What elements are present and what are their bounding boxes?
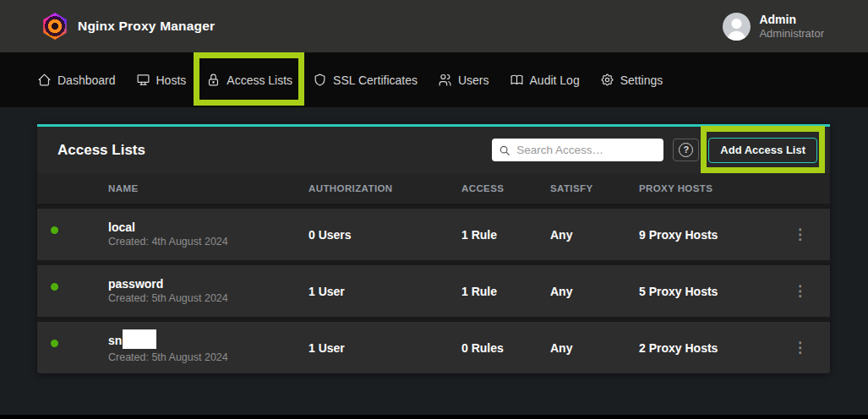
nav-item-ssl-certificates[interactable]: SSL Certificates (313, 73, 418, 87)
status-dot (49, 338, 60, 349)
home-icon (37, 73, 52, 87)
help-icon: ? (679, 143, 693, 157)
app-title: Nginx Proxy Manager (78, 19, 215, 34)
screen: Nginx Proxy Manager Admin Administrator … (0, 0, 868, 419)
search-box (492, 139, 663, 161)
name-cell: local Created: 4th August 2024 (108, 220, 308, 249)
nav-item-users[interactable]: Users (438, 73, 489, 87)
authorization-cell: 1 User (308, 285, 461, 298)
user-text: Admin Administrator (759, 13, 824, 41)
nav-label: Audit Log (530, 73, 580, 87)
col-header-proxy-hosts: PROXY HOSTS (639, 183, 793, 193)
book-icon (510, 73, 524, 87)
col-header-name: NAME (108, 183, 308, 193)
app-header: Nginx Proxy Manager Admin Administrator (0, 0, 868, 52)
nav-item-access-lists[interactable]: Access Lists (206, 73, 292, 87)
access-cell: 0 Rules (461, 341, 550, 355)
nav-label: Access Lists (227, 73, 292, 87)
row-menu-cell: ⋮ (793, 340, 826, 356)
access-cell: 1 Rule (461, 228, 550, 242)
nav-label: Users (458, 73, 489, 87)
satisfy-cell: Any (550, 341, 639, 355)
panel-actions: ? Add Access List (492, 138, 818, 163)
col-header-access: ACCESS (461, 183, 550, 193)
add-access-list-button[interactable]: Add Access List (708, 138, 817, 163)
user-name: Admin (759, 13, 824, 27)
redaction-box (123, 329, 156, 349)
created-date: Created: 4th August 2024 (108, 235, 308, 249)
name-cell: password Created: 5th August 2024 (108, 276, 308, 306)
user-avatar (723, 13, 751, 41)
row-menu-cell: ⋮ (793, 227, 826, 242)
nav-label: Hosts (156, 73, 187, 87)
person-silhouette-icon (723, 13, 751, 41)
search-input[interactable] (516, 144, 657, 156)
row-menu-cell: ⋮ (793, 284, 826, 299)
table-row: password Created: 5th August 2024 1 User… (37, 265, 830, 317)
proxy-hosts-cell: 9 Proxy Hosts (639, 228, 793, 242)
shield-icon (313, 73, 327, 87)
lock-icon (206, 73, 221, 87)
authorization-cell: 1 User (308, 341, 461, 355)
satisfy-cell: Any (550, 285, 639, 298)
row-menu-kebab-icon[interactable]: ⋮ (793, 340, 807, 355)
nav-label: Settings (620, 73, 663, 87)
nav-item-audit-log[interactable]: Audit Log (510, 73, 580, 87)
user-menu[interactable]: Admin Administrator (723, 13, 824, 41)
table-header: NAME AUTHORIZATION ACCESS SATISFY PROXY … (37, 173, 830, 204)
nav-label: SSL Certificates (333, 73, 418, 87)
created-date: Created: 5th August 2024 (108, 291, 308, 306)
proxy-hosts-cell: 5 Proxy Hosts (639, 285, 793, 298)
bottom-bar (0, 415, 868, 419)
col-header-satisfy: SATISFY (550, 183, 639, 193)
app-logo-icon (42, 13, 68, 40)
status-dot (49, 281, 60, 292)
row-menu-kebab-icon[interactable]: ⋮ (793, 284, 807, 298)
proxy-hosts-cell: 2 Proxy Hosts (639, 341, 793, 355)
access-list-name: sn (108, 333, 122, 348)
page-title: Access Lists (57, 142, 145, 159)
nav-item-hosts[interactable]: Hosts (136, 73, 187, 87)
gear-icon (600, 73, 614, 87)
access-list-name: password (108, 276, 163, 291)
authorization-cell: 0 Users (308, 228, 461, 242)
nav-item-settings[interactable]: Settings (600, 73, 663, 87)
add-button-wrap: Add Access List (708, 138, 817, 163)
col-header-authorization: AUTHORIZATION (308, 183, 461, 193)
satisfy-cell: Any (550, 228, 639, 242)
table-row: sn Created: 5th August 2024 1 User 0 Rul… (37, 322, 830, 373)
access-list-name: local (108, 220, 135, 235)
nav-item-dashboard[interactable]: Dashboard (37, 73, 116, 87)
search-icon (499, 144, 510, 156)
status-dot (49, 225, 60, 236)
access-cell: 1 Rule (461, 285, 550, 298)
name-cell: sn Created: 5th August 2024 (108, 331, 308, 365)
access-lists-panel: Access Lists ? Add Access List NAME AUTH… (37, 124, 830, 373)
created-date: Created: 5th August 2024 (108, 351, 308, 365)
users-icon (438, 73, 452, 87)
row-menu-kebab-icon[interactable]: ⋮ (793, 227, 807, 242)
panel-header: Access Lists ? Add Access List (37, 127, 830, 173)
help-button[interactable]: ? (673, 139, 699, 161)
main-nav: Dashboard Hosts Access Lists SSL Certifi… (0, 52, 868, 107)
user-role: Administrator (759, 27, 824, 41)
brand: Nginx Proxy Manager (42, 13, 215, 40)
nav-label: Dashboard (57, 73, 116, 87)
monitor-icon (136, 73, 150, 87)
table-row: local Created: 4th August 2024 0 Users 1… (37, 209, 830, 260)
